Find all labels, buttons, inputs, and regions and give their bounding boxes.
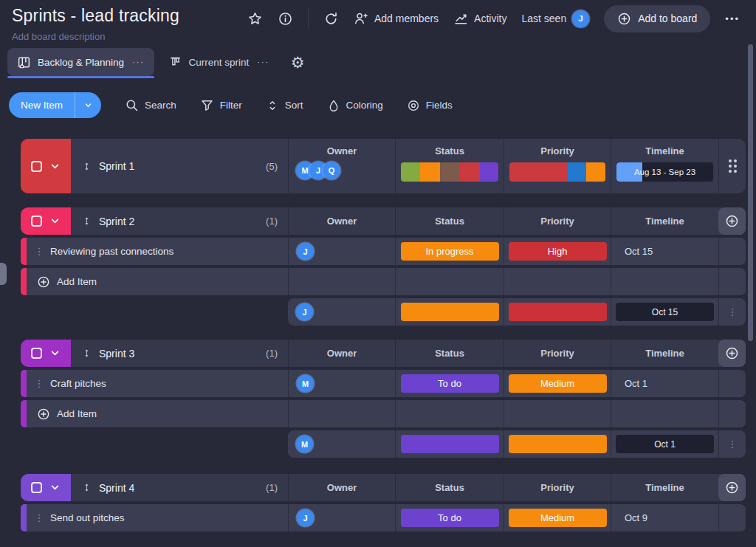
item-name-cell[interactable]: ⋮ Send out pitches (27, 504, 288, 531)
more-menu-icon[interactable]: ••• (725, 13, 740, 24)
group-color-block[interactable] (21, 340, 71, 367)
avatar[interactable]: M (297, 375, 314, 392)
column-header-status[interactable]: Status (395, 340, 504, 367)
status-pill[interactable]: In progress (401, 242, 499, 261)
column-header-owner[interactable]: Owner (288, 207, 395, 235)
add-item-cell[interactable]: Add Item (27, 400, 288, 427)
item-row[interactable]: ⋮ Reviewing past connections J In progre… (21, 238, 746, 265)
group-name-cell[interactable]: Sprint 4 (1) (71, 474, 288, 501)
group-color-block[interactable] (21, 474, 71, 501)
group-color-block[interactable] (21, 207, 71, 235)
status-pill[interactable]: To do (401, 509, 499, 527)
new-item-button[interactable]: New Item (9, 92, 101, 118)
timeline-range-pill[interactable]: Aug 13 - Sep 23 (616, 162, 713, 182)
board-description-placeholder[interactable]: Add board description (12, 31, 105, 42)
chevron-down-icon[interactable] (49, 215, 61, 227)
item-menu-icon[interactable]: ⋮ (34, 246, 44, 257)
add-item-row[interactable]: Add Item (21, 400, 746, 427)
chevron-down-icon[interactable] (49, 160, 61, 173)
priority-pill[interactable]: Medium (509, 509, 607, 527)
tab-current-sprint[interactable]: Current sprint ··· (159, 48, 279, 76)
add-column-button[interactable] (718, 207, 746, 235)
avatar[interactable]: J (296, 303, 313, 320)
status-distribution-bar[interactable] (401, 162, 498, 182)
column-header-priority[interactable]: Priority (504, 207, 611, 235)
sort-button[interactable]: Sort (266, 99, 303, 112)
tab-more-icon[interactable]: ··· (132, 57, 145, 67)
group-checkbox[interactable] (31, 216, 42, 227)
item-row[interactable]: ⋮ Send out pitches J To do Medium Oct 9 (21, 504, 746, 531)
column-header-status[interactable]: Status (396, 145, 504, 156)
avatar[interactable]: J (297, 243, 314, 260)
summary-timeline-cell[interactable]: Oct 1 (611, 430, 718, 458)
add-item-label[interactable]: Add Item (57, 408, 97, 419)
item-name[interactable]: Reviewing past connections (50, 246, 173, 257)
group-name[interactable]: Sprint 1 (99, 160, 134, 172)
coloring-button[interactable]: Coloring (327, 99, 383, 112)
owner-cell[interactable]: J (288, 238, 395, 265)
chevron-down-icon[interactable] (49, 481, 61, 494)
priority-cell[interactable]: Medium (504, 504, 611, 531)
priority-pill[interactable]: High (509, 242, 607, 261)
column-header-timeline[interactable]: Timeline (611, 340, 718, 367)
group-name-cell[interactable]: Sprint 3 (1) (71, 340, 288, 367)
new-item-caret[interactable] (75, 92, 101, 118)
add-column-button[interactable] (718, 474, 746, 501)
item-row[interactable]: ⋮ Craft pitches M To do Medium Oct 1 (21, 370, 746, 397)
drag-handle-icon[interactable] (81, 216, 92, 227)
tab-backlog-planning[interactable]: Backlog & Planning ··· (7, 48, 154, 76)
column-header-owner[interactable]: Owner (288, 474, 395, 501)
filter-button[interactable]: Filter (200, 98, 242, 112)
column-header-timeline[interactable]: Timeline (611, 207, 718, 235)
activity-button[interactable]: Activity (453, 11, 506, 26)
avatar[interactable]: J (572, 10, 589, 27)
column-header-priority[interactable]: Priority (504, 474, 611, 501)
vertical-scrollbar[interactable] (748, 44, 753, 341)
group-checkbox[interactable] (31, 482, 42, 493)
tab-more-icon[interactable]: ··· (257, 57, 269, 67)
summary-priority-cell[interactable] (504, 430, 611, 458)
column-header-priority[interactable]: Priority (504, 340, 611, 367)
drag-handle-icon[interactable] (81, 161, 92, 172)
side-panel-handle[interactable] (0, 263, 7, 285)
summary-status-cell[interactable] (395, 430, 504, 458)
avatar[interactable]: J (297, 509, 314, 526)
group-name[interactable]: Sprint 3 (99, 348, 134, 359)
item-name-cell[interactable]: ⋮ Reviewing past connections (27, 238, 288, 265)
add-members-button[interactable]: Add members (354, 11, 439, 26)
gear-icon[interactable]: ⚙ (291, 55, 305, 70)
group-name-cell[interactable]: Sprint 2 (1) (71, 207, 288, 235)
menu-dots-icon[interactable]: ⋮ (727, 306, 738, 317)
add-column-button[interactable] (718, 340, 746, 367)
priority-cell[interactable]: High (504, 238, 611, 265)
group-name[interactable]: Sprint 4 (99, 482, 134, 494)
item-menu-icon[interactable]: ⋮ (34, 378, 44, 389)
add-to-board-button[interactable]: Add to board (604, 5, 710, 32)
last-seen[interactable]: Last seen J (521, 10, 589, 27)
info-icon[interactable] (278, 11, 293, 27)
owner-cell[interactable]: M (288, 370, 395, 397)
summary-status-cell[interactable] (395, 298, 504, 326)
sync-icon[interactable] (323, 11, 339, 27)
priority-distribution-bar[interactable] (509, 162, 605, 182)
add-item-row[interactable]: Add Item (21, 268, 746, 295)
item-name[interactable]: Send out pitches (50, 512, 125, 523)
summary-timeline-cell[interactable]: Oct 15 (611, 298, 718, 326)
group-name[interactable]: Sprint 2 (99, 216, 134, 227)
summary-menu[interactable]: ⋮ (718, 298, 746, 326)
item-name[interactable]: Craft pitches (50, 378, 106, 389)
owner-cell[interactable]: J (288, 504, 395, 531)
group-drag-grid-icon[interactable] (718, 139, 746, 193)
item-menu-icon[interactable]: ⋮ (34, 512, 44, 523)
search-button[interactable]: Search (125, 98, 176, 112)
group-name-cell[interactable]: Sprint 1 (5) (71, 139, 288, 193)
timeline-cell[interactable]: Oct 9 (611, 504, 718, 531)
column-header-timeline[interactable]: Timeline (611, 474, 718, 501)
drag-handle-icon[interactable] (81, 348, 92, 359)
column-header-owner[interactable]: Owner (289, 145, 395, 156)
drag-handle-icon[interactable] (81, 482, 92, 493)
avatar[interactable]: M (296, 436, 313, 453)
avatar[interactable]: Q (323, 162, 340, 179)
priority-cell[interactable]: Medium (504, 370, 611, 397)
timeline-cell[interactable]: Oct 15 (611, 238, 718, 265)
